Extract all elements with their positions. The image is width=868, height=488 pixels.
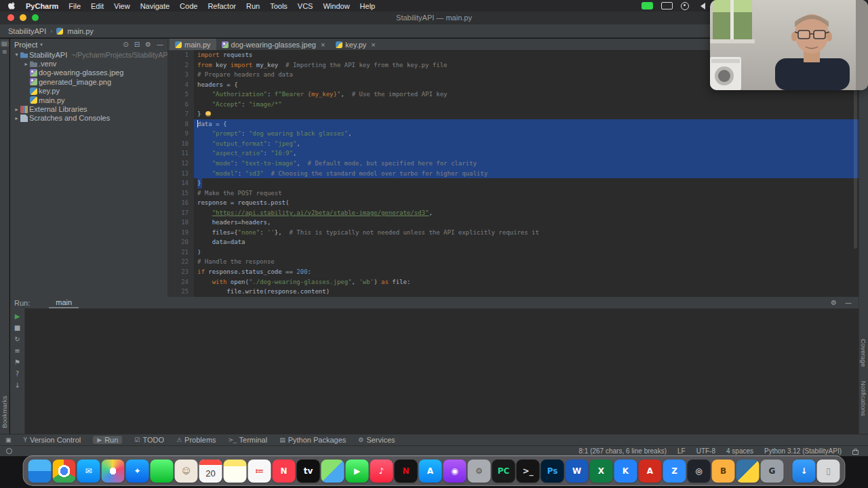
dock-downloads-icon[interactable]: ↓ xyxy=(793,460,816,483)
line-number[interactable]: 4 xyxy=(168,80,194,90)
tree-item-external-libraries[interactable]: ▸External Libraries xyxy=(10,104,167,113)
pin-icon[interactable]: ⚑ xyxy=(14,359,20,366)
help-icon[interactable]: ? xyxy=(16,370,19,378)
dock-messages-icon[interactable] xyxy=(151,460,174,483)
code-line-12[interactable]: 12 "mode": "text-to-image", # Default mo… xyxy=(168,159,859,169)
dock-photoshop-icon[interactable]: Ps xyxy=(541,460,564,483)
dock-obs-icon[interactable]: ◎ xyxy=(688,460,711,483)
toolwindow-button-problems[interactable]: ⚠Problems xyxy=(176,436,216,444)
screen-share-icon[interactable] xyxy=(642,2,653,9)
code-line-6[interactable]: 6 "Accept": "image/*" xyxy=(168,100,859,110)
history-icon[interactable]: ≡ xyxy=(14,347,20,354)
dock-notes-icon[interactable] xyxy=(224,460,247,483)
menu-item-navigate[interactable]: Navigate xyxy=(140,2,170,10)
collapse-all-icon[interactable]: ⊟ xyxy=(134,41,140,48)
code-line-text[interactable]: } xyxy=(194,178,859,188)
dock-appstore-icon[interactable]: A xyxy=(419,460,442,483)
code-line-15[interactable]: 15# Make the POST request xyxy=(168,188,859,199)
project-panel-title[interactable]: Project xyxy=(14,41,37,49)
code-line-text[interactable]: "aspect_ratio": "16:9", xyxy=(194,148,859,159)
locate-icon[interactable]: ⊙ xyxy=(123,41,128,48)
code-line-text[interactable]: data=data xyxy=(194,237,859,247)
toolwindow-button-version-control[interactable]: YVersion Control xyxy=(24,436,81,444)
line-number[interactable]: 5 xyxy=(168,89,194,100)
apple-menu-icon[interactable] xyxy=(8,2,16,10)
structure-stripe-icon[interactable]: ⊞ xyxy=(1,49,9,55)
code-line-19[interactable]: 19 files={"none": ''}, # This is typical… xyxy=(168,228,859,238)
code-line-text[interactable]: "model": "sd3" # Choosing the standard m… xyxy=(194,169,859,179)
tree-item-stabilityapi[interactable]: ▾StabilityAPI~/PycharmProjects/Stability… xyxy=(10,50,167,59)
code-line-text[interactable]: # Handle the response xyxy=(194,257,859,267)
bookmarks-stripe-label[interactable]: Bookmarks xyxy=(1,396,8,428)
dock-reminders-icon[interactable]: ≔ xyxy=(248,460,271,483)
code-line-10[interactable]: 10 "output_format": "jpeg", xyxy=(168,139,859,149)
code-line-11[interactable]: 11 "aspect_ratio": "16:9", xyxy=(168,148,859,159)
dock-chrome-icon[interactable] xyxy=(53,460,76,483)
dock-music-icon[interactable]: ♪ xyxy=(370,460,393,483)
dock-mail-icon[interactable]: ✉ xyxy=(77,460,100,483)
close-tab-icon[interactable]: × xyxy=(321,41,325,49)
interpreter-widget[interactable]: Python 3.12 (StabilityAPI) xyxy=(764,447,842,455)
menu-item-file[interactable]: File xyxy=(68,2,81,10)
restore-layout-icon[interactable]: ↻ xyxy=(14,336,20,343)
run-tab-main[interactable]: main xyxy=(49,297,79,308)
caret-position-widget[interactable]: 8:1 (267 chars, 6 line breaks) xyxy=(578,447,667,455)
menu-item-tools[interactable]: Tools xyxy=(270,2,288,10)
stop-icon[interactable]: ■ xyxy=(14,324,20,331)
code-line-22[interactable]: 22# Handle the response xyxy=(168,257,859,267)
code-line-text[interactable]: headers=headers, xyxy=(194,218,859,228)
volume-icon[interactable] xyxy=(697,3,705,9)
notifications-stripe-label[interactable]: Notifications xyxy=(860,381,867,416)
run-hide-icon[interactable]: — xyxy=(845,299,852,306)
line-number[interactable]: 12 xyxy=(168,159,194,169)
code-line-text[interactable]: "prompt": "dog wearing black glasses", xyxy=(194,129,859,139)
code-line-9[interactable]: 9 "prompt": "dog wearing black glasses", xyxy=(168,129,859,139)
line-number[interactable]: 14 xyxy=(168,178,194,188)
toolwindow-button-run[interactable]: ▶Run xyxy=(93,436,122,444)
line-number[interactable]: 22 xyxy=(168,257,194,267)
dock-pycharm-icon[interactable]: PC xyxy=(492,460,515,483)
menu-item-refactor[interactable]: Refactor xyxy=(208,2,236,10)
chevron-icon[interactable]: ▾ xyxy=(13,52,20,58)
dock-photos-icon[interactable] xyxy=(102,460,125,483)
code-line-16[interactable]: 16response = requests.post( xyxy=(168,198,859,208)
dock-calendar-icon[interactable]: 20 xyxy=(199,460,222,483)
line-number[interactable]: 19 xyxy=(168,228,194,238)
tree-item-dog-wearing-glasses-jpeg[interactable]: dog-wearing-glasses.jpeg xyxy=(10,68,167,77)
intention-bulb-icon[interactable] xyxy=(205,111,211,117)
tree-item-venv[interactable]: ▸.venv xyxy=(10,59,167,68)
code-line-text[interactable]: data = { xyxy=(194,119,859,129)
zoom-button[interactable] xyxy=(32,14,39,21)
line-number[interactable]: 17 xyxy=(168,208,194,218)
minimize-button[interactable] xyxy=(20,14,26,21)
code-line-text[interactable]: "mode": "text-to-image", # Default mode,… xyxy=(194,159,859,169)
code-line-text[interactable]: with open("./dog-wearing-glasses.jpeg", … xyxy=(194,277,859,287)
line-number[interactable]: 7 xyxy=(168,109,194,119)
dock-terminal-icon[interactable]: >_ xyxy=(517,460,540,483)
code-line-8[interactable]: 8data = { xyxy=(168,119,859,129)
close-button[interactable] xyxy=(7,14,14,21)
scroll-to-end-icon[interactable]: ↓ xyxy=(14,382,20,389)
tree-item-key-py[interactable]: key.py xyxy=(10,87,167,96)
line-number[interactable]: 18 xyxy=(168,218,194,228)
code-line-text[interactable]: file.write(response.content) xyxy=(194,287,859,297)
code-line-text[interactable]: files={"none": ''}, # This is typically … xyxy=(194,228,859,238)
code-line-text[interactable]: "Accept": "image/*" xyxy=(194,100,859,110)
code-line-text[interactable]: # Make the POST request xyxy=(194,188,859,199)
code-line-5[interactable]: 5 "Authorization": f"Bearer {my_key}", #… xyxy=(168,89,859,100)
coverage-stripe-label[interactable]: Coverage xyxy=(860,339,867,367)
dock-maps-icon[interactable] xyxy=(321,460,344,483)
code-line-7[interactable]: 7} xyxy=(168,109,859,119)
chevron-icon[interactable]: ▸ xyxy=(13,115,20,121)
line-number[interactable]: 23 xyxy=(168,267,194,277)
display-icon[interactable] xyxy=(661,2,673,9)
line-number[interactable]: 10 xyxy=(168,139,194,149)
line-number[interactable]: 6 xyxy=(168,100,194,110)
chevron-icon[interactable]: ▸ xyxy=(13,106,20,113)
code-line-text[interactable]: response = requests.post( xyxy=(194,198,859,208)
menu-item-window[interactable]: Window xyxy=(323,2,349,10)
line-number[interactable]: 9 xyxy=(168,129,194,139)
dock-podcasts-icon[interactable]: ◉ xyxy=(443,460,467,483)
code-line-13[interactable]: 13 "model": "sd3" # Choosing the standar… xyxy=(168,169,859,179)
dock-news-icon[interactable]: N xyxy=(273,460,296,483)
